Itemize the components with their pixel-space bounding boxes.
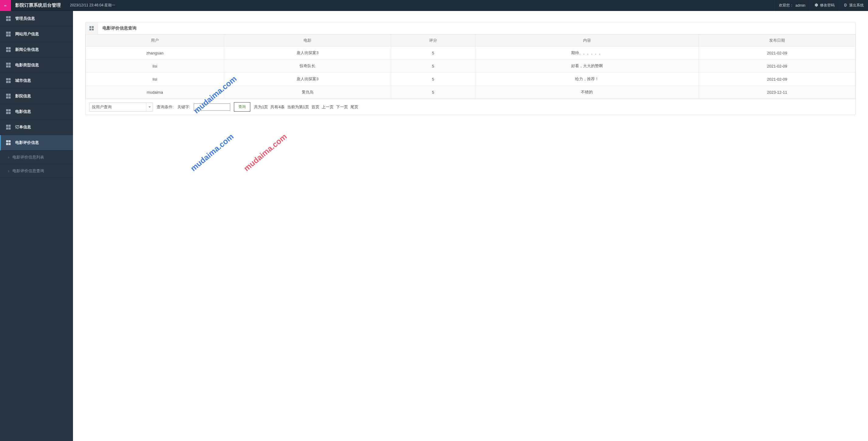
sidebar-item-news[interactable]: 新闻公告信息 xyxy=(0,42,73,58)
welcome-label: 欢迎您： admin xyxy=(774,0,810,11)
table-row: lisi 唐人街探案3 5 给力，推荐！ 2021-02-09 xyxy=(86,73,856,86)
cell-date: 2021-02-09 xyxy=(699,60,856,73)
sidebar-item-label: 影院信息 xyxy=(15,93,31,99)
cell-content: 期待。。。。。。 xyxy=(475,46,699,60)
col-user: 用户 xyxy=(86,35,224,46)
sidebar-item-cinemas[interactable]: 影院信息 xyxy=(0,89,73,104)
panel-title: 电影评价信息查询 xyxy=(98,26,142,31)
sidebar-item-label: 电影评价信息 xyxy=(15,140,39,146)
sidebar-item-label: 管理员信息 xyxy=(15,16,35,21)
sidebar-sub-label: 电影评价信息列表 xyxy=(12,155,44,160)
cell-score: 5 xyxy=(391,73,475,86)
sidebar-item-orders[interactable]: 订单信息 xyxy=(0,120,73,135)
sidebar-item-movies[interactable]: 电影信息 xyxy=(0,104,73,120)
grid-icon xyxy=(6,125,11,130)
page-last[interactable]: 尾页 xyxy=(350,104,358,110)
svg-rect-3 xyxy=(92,29,94,30)
cell-user: zhangsan xyxy=(86,46,224,60)
sidebar-item-users[interactable]: 网站用户信息 xyxy=(0,27,73,42)
keyword-label: 关键字: xyxy=(177,104,190,110)
pagination: 共为1页 共有4条 当前为第1页 首页 上一页 下一页 尾页 xyxy=(254,104,358,110)
cell-movie: 惊奇队长 xyxy=(224,60,391,73)
welcome-user: admin xyxy=(795,3,805,8)
watermark-text: mudaima.com xyxy=(189,132,236,173)
svg-rect-0 xyxy=(89,26,91,28)
watermark-text: mudaima.com xyxy=(242,132,289,173)
col-date: 发布日期 xyxy=(699,35,856,46)
query-button[interactable]: 查询 xyxy=(234,102,250,112)
sidebar: 管理员信息 网站用户信息 新闻公告信息 电影类型信息 城市信息 影院信息 电影信… xyxy=(0,11,73,441)
table-row: mudaima 复仇岛 5 不错的 2023-12-11 xyxy=(86,86,856,99)
table-header-row: 用户 电影 评分 内容 发布日期 xyxy=(86,35,856,46)
svg-rect-2 xyxy=(89,29,91,30)
page-next[interactable]: 下一页 xyxy=(336,104,348,110)
svg-rect-1 xyxy=(92,26,94,28)
current-page: 当前为第1页 xyxy=(287,104,309,110)
col-score: 评分 xyxy=(391,35,475,46)
page-first[interactable]: 首页 xyxy=(311,104,319,110)
grid-icon xyxy=(6,94,11,98)
grid-icon xyxy=(6,140,11,145)
grid-icon xyxy=(6,47,11,52)
cell-content: 不错的 xyxy=(475,86,699,99)
cell-content: 给力，推荐！ xyxy=(475,73,699,86)
cell-content: 好看，大大的赞啊 xyxy=(475,60,699,73)
cell-score: 5 xyxy=(391,86,475,99)
cell-date: 2021-02-09 xyxy=(699,73,856,86)
grid-icon xyxy=(6,32,11,36)
grid-icon xyxy=(6,63,11,67)
logout-icon xyxy=(843,3,847,8)
logout-button[interactable]: 退出系统 xyxy=(839,0,868,11)
sidebar-sub-review-query[interactable]: 电影评价信息查询 xyxy=(0,164,73,178)
sidebar-item-label: 订单信息 xyxy=(15,124,31,130)
change-password-button[interactable]: 修改密码 xyxy=(810,0,839,11)
page-prev[interactable]: 上一页 xyxy=(322,104,334,110)
table-row: lisi 惊奇队长 5 好看，大大的赞啊 2021-02-09 xyxy=(86,60,856,73)
sidebar-item-movie-types[interactable]: 电影类型信息 xyxy=(0,58,73,73)
query-type-select-wrap: 按用户查询 xyxy=(89,102,153,112)
results-table: 用户 电影 评分 内容 发布日期 zhangsan 唐人街探案3 5 期待。。。… xyxy=(86,34,856,99)
sidebar-item-reviews[interactable]: 电影评价信息 xyxy=(0,135,73,151)
cell-user: lisi xyxy=(86,73,224,86)
keyword-input[interactable] xyxy=(194,103,230,111)
sidebar-item-label: 城市信息 xyxy=(15,78,31,83)
sidebar-item-label: 新闻公告信息 xyxy=(15,47,39,52)
sidebar-item-label: 电影类型信息 xyxy=(15,62,39,68)
cell-date: 2023-12-11 xyxy=(699,86,856,99)
main-content: 电影评价信息查询 用户 电影 评分 内容 发布日期 zhangsan 唐人街探案… xyxy=(73,11,868,441)
sidebar-sub-review-list[interactable]: 电影评价信息列表 xyxy=(0,151,73,164)
col-content: 内容 xyxy=(475,35,699,46)
brand-logo: ∞ xyxy=(0,0,11,11)
header-datetime: 2023/12/11 23:46:04 星期一 xyxy=(65,3,120,8)
change-password-label: 修改密码 xyxy=(820,3,835,8)
query-type-select[interactable]: 按用户查询 xyxy=(89,102,153,112)
cell-movie: 唐人街探案3 xyxy=(224,73,391,86)
welcome-prefix: 欢迎您： xyxy=(779,3,794,8)
grid-icon xyxy=(6,78,11,83)
grid-icon xyxy=(6,109,11,114)
cell-score: 5 xyxy=(391,46,475,60)
sidebar-item-admin[interactable]: 管理员信息 xyxy=(0,11,73,27)
cell-user: lisi xyxy=(86,60,224,73)
cell-user: mudaima xyxy=(86,86,224,99)
table-row: zhangsan 唐人街探案3 5 期待。。。。。。 2021-02-09 xyxy=(86,46,856,60)
logout-label: 退出系统 xyxy=(849,3,864,8)
col-movie: 电影 xyxy=(224,35,391,46)
cell-date: 2021-02-09 xyxy=(699,46,856,60)
cell-movie: 唐人街探案3 xyxy=(224,46,391,60)
panel-header: 电影评价信息查询 xyxy=(86,22,856,34)
gear-icon xyxy=(814,3,818,8)
query-cond-label: 查询条件: xyxy=(157,104,174,110)
app-header: ∞ 影院订票系统后台管理 2023/12/11 23:46:04 星期一 欢迎您… xyxy=(0,0,868,11)
query-toolbar: 按用户查询 查询条件: 关键字: 查询 共为1页 共有4条 当前为第1页 首页 … xyxy=(86,99,856,115)
grid-icon xyxy=(86,22,98,34)
cell-score: 5 xyxy=(391,60,475,73)
sidebar-item-label: 网站用户信息 xyxy=(15,31,39,37)
sidebar-item-label: 电影信息 xyxy=(15,109,31,114)
brand-title: 影院订票系统后台管理 xyxy=(11,2,65,8)
page-total: 共为1页 xyxy=(254,104,268,110)
sidebar-sub-label: 电影评价信息查询 xyxy=(12,168,44,174)
sidebar-item-cities[interactable]: 城市信息 xyxy=(0,73,73,89)
grid-icon xyxy=(6,16,11,21)
record-total: 共有4条 xyxy=(270,104,284,110)
